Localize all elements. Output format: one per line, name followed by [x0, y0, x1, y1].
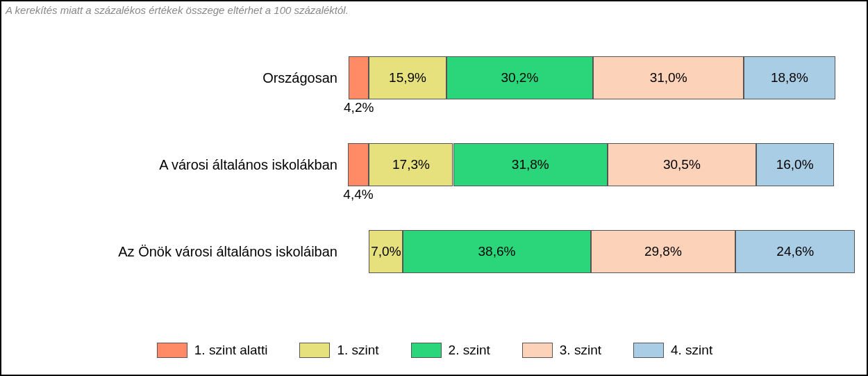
segment-value-label: 4,4% — [343, 186, 373, 202]
segment-value-label: 4,2% — [344, 99, 374, 115]
legend-swatch — [633, 343, 664, 358]
bar-segment: 16,0% — [756, 143, 834, 186]
segment-value-label: 24,6% — [776, 244, 814, 259]
legend-item: 1. szint alatti — [157, 343, 268, 358]
segment-value-label: 18,8% — [771, 70, 808, 85]
segment-value-label: 31,0% — [650, 70, 687, 85]
category-label: A városi általános iskolákban — [1, 157, 349, 173]
bar-segment: 18,8% — [744, 56, 835, 99]
segment-value-label: 17,3% — [392, 157, 430, 172]
segment-value-label: 7,0% — [371, 244, 401, 259]
legend: 1. szint alatti1. szint2. szint3. szint4… — [1, 343, 868, 358]
segment-value-label: 38,6% — [478, 244, 516, 259]
legend-item: 1. szint — [299, 343, 378, 358]
chart-footnote: A kerekítés miatt a százalékos értékek ö… — [6, 4, 349, 16]
bar-segment: 17,3% — [369, 143, 453, 186]
bar-row: A városi általános iskolákban4,4%17,3%31… — [1, 130, 868, 199]
bar-segment: 30,2% — [446, 56, 593, 99]
legend-swatch — [411, 343, 442, 358]
legend-label: 2. szint — [449, 343, 490, 358]
plot-area: Országosan4,2%15,9%30,2%31,0%18,8%A váro… — [1, 43, 868, 307]
bar-segment: 7,0% — [369, 230, 403, 273]
bar-row: Országosan4,2%15,9%30,2%31,0%18,8% — [1, 43, 868, 113]
legend-label: 1. szint alatti — [194, 343, 268, 358]
bar-segment: 31,8% — [453, 143, 608, 186]
category-label: Országosan — [1, 70, 349, 86]
bar-row: Az Önök városi általános iskoláiban7,0%3… — [1, 217, 868, 286]
legend-swatch — [522, 343, 553, 358]
legend-swatch — [157, 343, 187, 358]
bar-segment: 24,6% — [735, 230, 855, 273]
category-label: Az Önök városi általános iskoláiban — [1, 244, 349, 260]
segment-value-label: 30,5% — [663, 157, 701, 172]
legend-label: 4. szint — [671, 343, 712, 358]
segment-value-label: 16,0% — [776, 157, 814, 172]
bar-segment: 29,8% — [591, 230, 736, 273]
legend-label: 1. szint — [337, 343, 378, 358]
bar-segment: 30,5% — [608, 143, 756, 186]
chart-frame: A kerekítés miatt a százalékos értékek ö… — [0, 0, 868, 376]
bar-segment: 38,6% — [403, 230, 590, 273]
bar-segment: 31,0% — [593, 56, 744, 99]
legend-item: 3. szint — [522, 343, 601, 358]
stacked-bar: 7,0%38,6%29,8%24,6% — [349, 230, 835, 273]
segment-value-label: 29,8% — [644, 244, 682, 259]
bar-segment: 4,4% — [348, 143, 369, 186]
legend-label: 3. szint — [560, 343, 601, 358]
bar-segment: 15,9% — [369, 56, 446, 99]
legend-swatch — [299, 343, 330, 358]
segment-value-label: 30,2% — [501, 70, 538, 85]
segment-value-label: 31,8% — [512, 157, 549, 172]
stacked-bar: 4,2%15,9%30,2%31,0%18,8% — [349, 56, 835, 99]
segment-value-label: 15,9% — [389, 70, 426, 85]
bar-segment: 4,2% — [349, 56, 369, 99]
legend-item: 4. szint — [633, 343, 712, 358]
legend-item: 2. szint — [411, 343, 490, 358]
stacked-bar: 4,4%17,3%31,8%30,5%16,0% — [349, 143, 835, 186]
